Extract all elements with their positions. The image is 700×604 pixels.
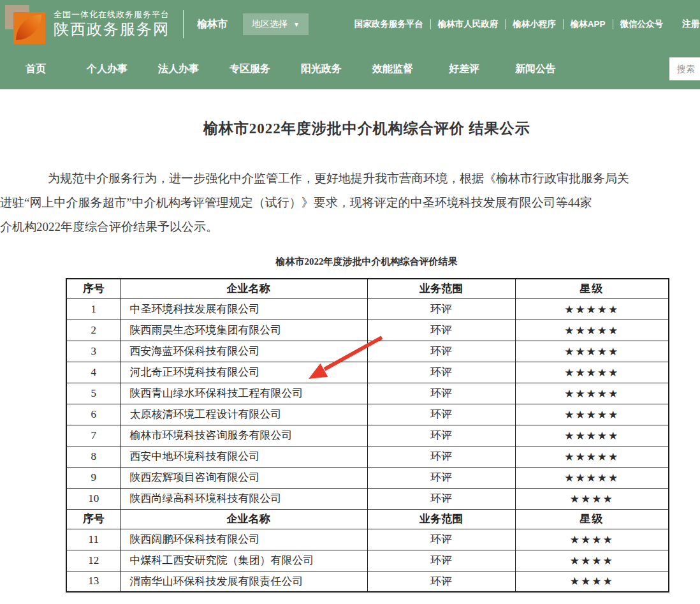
top-link-3[interactable]: 榆林APP (571, 18, 606, 30)
cell-scope: 环评 (367, 571, 515, 592)
nav-item-5[interactable]: 效能监督 (357, 63, 428, 76)
table-row: 5陕西青山绿水环保科技工程有限公司环评★★★★★ (66, 383, 669, 404)
cell-no: 6 (66, 404, 120, 425)
cell-stars: ★★★★★ (515, 404, 669, 425)
cell-stars: ★★★★ (515, 571, 669, 592)
nav-item-6[interactable]: 好差评 (428, 63, 500, 76)
table-row: 11陕西阔鹏环保科技有限公司环评★★★★ (66, 529, 669, 550)
cell-stars: ★★★★★ (515, 383, 669, 404)
cell-scope: 环评 (367, 341, 515, 362)
table-caption: 榆林市2022年度涉批中介机构综合评价结果 (0, 256, 700, 268)
region-selector-button[interactable]: 地区选择 ▼ (243, 13, 309, 35)
cell-no: 13 (66, 571, 120, 592)
column-header-stars: 星级 (515, 279, 669, 298)
table-row: 9陕西宏辉项目咨询有限公司环评★★★★★ (66, 467, 669, 488)
cell-no: 1 (66, 298, 120, 320)
column-header-name: 企业名称 (120, 279, 367, 298)
cell-stars: ★★★★★ (515, 425, 669, 446)
cell-scope: 环评 (367, 425, 515, 446)
cell-no: 11 (66, 529, 120, 550)
cell-stars: ★★★★★ (515, 467, 669, 488)
nav-items: 首页个人办事法人办事专区服务阳光政务效能监督好差评新闻公告 (0, 63, 571, 76)
cell-no: 9 (66, 467, 120, 488)
table-row: 12中煤科工西安研究院（集团）有限公司环评★★★★ (66, 550, 669, 571)
cell-no: 3 (66, 341, 120, 362)
table-row: 13渭南华山环保科技发展有限责任公司环评★★★★ (66, 571, 669, 592)
cell-scope: 环评 (367, 383, 515, 404)
table-row: 1中圣环境科技发展有限公司环评★★★★★ (66, 298, 669, 320)
top-link-0[interactable]: 国家政务服务平台 (354, 18, 423, 30)
search-input[interactable] (677, 64, 700, 74)
cell-name: 榆林市环境科技咨询服务有限公司 (120, 425, 367, 446)
nav-item-7[interactable]: 新闻公告 (500, 63, 571, 76)
cell-name: 陕西雨昊生态环境集团有限公司 (120, 320, 367, 341)
table-row: 10陕西尚绿高科环境科技有限公司环评★★★★ (66, 488, 669, 509)
header-divider (183, 10, 184, 38)
cell-name: 渭南华山环保科技发展有限责任公司 (120, 571, 367, 592)
cell-no: 7 (66, 425, 120, 446)
cell-name: 河北奇正环境科技有限公司 (120, 362, 367, 383)
search-box[interactable] (669, 57, 700, 80)
nav-item-3[interactable]: 专区服务 (214, 63, 286, 76)
cell-name: 太原核清环境工程设计有限公司 (120, 404, 367, 425)
top-link-divider (505, 19, 506, 29)
current-city[interactable]: 榆林市 (197, 18, 228, 31)
paragraph-line: 进驻“网上中介服务超市”中介机构考评管理规定（试行）》要求，现将评定的中圣环境科… (0, 191, 700, 215)
region-selector-label: 地区选择 (252, 18, 288, 30)
page-title: 榆林市2022年度涉批中介机构综合评价 结果公示 (0, 119, 700, 138)
cell-name: 陕西阔鹏环保科技有限公司 (120, 529, 367, 550)
cell-stars: ★★★★★ (515, 341, 669, 362)
top-link-1[interactable]: 榆林市人民政府 (438, 18, 499, 30)
table-row: 3西安海蓝环保科技有限公司环评★★★★★ (66, 341, 669, 362)
table-header-row: 序号企业名称业务范围星级 (66, 509, 669, 529)
register-link[interactable]: 注册 (682, 18, 700, 30)
cell-stars: ★★★★★ (515, 298, 669, 320)
nav-item-2[interactable]: 法人办事 (143, 63, 214, 76)
site-brand: 全国一体化在线政务服务平台 陕西政务服务网 (54, 10, 170, 39)
cell-name: 西安海蓝环保科技有限公司 (120, 341, 367, 362)
cell-stars: ★★★★ (515, 550, 669, 571)
top-link-4[interactable]: 微信公众号 (620, 18, 664, 30)
site-header: 全国一体化在线政务服务平台 陕西政务服务网 榆林市 地区选择 ▼ 国家政务服务平… (0, 0, 700, 48)
cell-scope: 环评 (367, 488, 515, 509)
top-link-divider (563, 19, 564, 29)
cell-no: 10 (66, 488, 120, 509)
site-title: 陕西政务服务网 (54, 20, 170, 39)
table-row: 2陕西雨昊生态环境集团有限公司环评★★★★★ (66, 320, 669, 341)
cell-stars: ★★★★★ (515, 320, 669, 341)
paragraph-line: 介机构2022年度综合评价结果予以公示。 (0, 215, 700, 239)
platform-tagline: 全国一体化在线政务服务平台 (54, 10, 170, 20)
table-row: 7榆林市环境科技咨询服务有限公司环评★★★★★ (66, 425, 669, 446)
column-header-name: 企业名称 (120, 509, 367, 529)
cell-stars: ★★★★ (515, 529, 669, 550)
cell-scope: 环评 (367, 550, 515, 571)
cell-stars: ★★★★★ (515, 362, 669, 383)
cell-scope: 环评 (367, 529, 515, 550)
cell-name: 中圣环境科技发展有限公司 (120, 298, 367, 320)
nav-item-0[interactable]: 首页 (0, 63, 71, 76)
column-header-scope: 业务范围 (367, 509, 515, 529)
cell-no: 4 (66, 362, 120, 383)
column-header-no: 序号 (66, 279, 120, 298)
cell-name: 西安中地环境科技有限公司 (120, 446, 367, 467)
table-row: 6太原核清环境工程设计有限公司环评★★★★★ (66, 404, 669, 425)
cell-scope: 环评 (367, 298, 515, 320)
column-header-no: 序号 (66, 509, 120, 529)
cell-scope: 环评 (367, 362, 515, 383)
top-link-2[interactable]: 榆林小程序 (513, 18, 556, 30)
top-link-divider (430, 19, 431, 29)
cell-stars: ★★★★★ (515, 446, 669, 467)
evaluation-table: 序号企业名称业务范围星级1中圣环境科技发展有限公司环评★★★★★2陕西雨昊生态环… (66, 278, 669, 593)
nav-item-4[interactable]: 阳光政务 (286, 63, 357, 76)
top-links: 国家政务服务平台榆林市人民政府榆林小程序榆林APP微信公众号 (354, 18, 663, 30)
table-header-row: 序号企业名称业务范围星级 (66, 279, 669, 298)
cell-scope: 环评 (367, 467, 515, 488)
top-link-divider (613, 19, 613, 29)
cell-no: 8 (66, 446, 120, 467)
cell-scope: 环评 (367, 320, 515, 341)
cell-no: 12 (66, 550, 120, 571)
cell-name: 陕西青山绿水环保科技工程有限公司 (120, 383, 367, 404)
cell-no: 2 (66, 320, 120, 341)
nav-item-1[interactable]: 个人办事 (71, 63, 143, 76)
cell-scope: 环评 (367, 446, 515, 467)
